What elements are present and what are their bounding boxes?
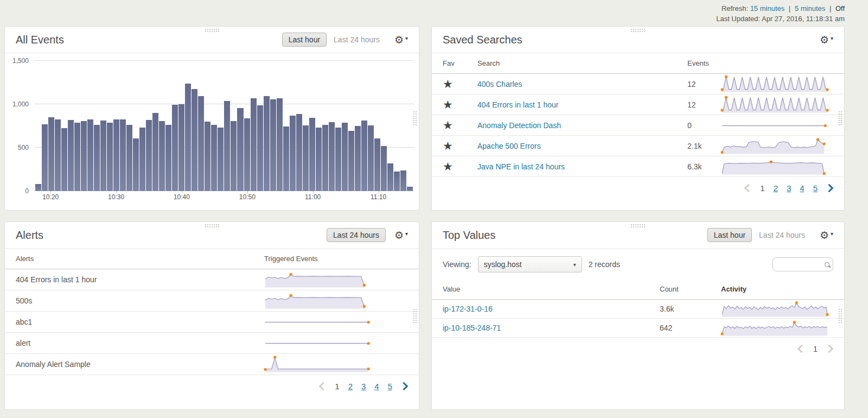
separator: | bbox=[829, 4, 831, 12]
pagination: 12345 bbox=[432, 177, 844, 199]
sparkline-chart bbox=[721, 74, 829, 94]
bar bbox=[329, 122, 335, 191]
pagination: 12345 bbox=[5, 375, 419, 397]
settings-gear-icon[interactable]: ⚙ ▾ bbox=[820, 230, 833, 240]
saved-search-link[interactable]: Apache 500 Errors bbox=[477, 142, 541, 150]
settings-gear-icon[interactable]: ⚙ ▾ bbox=[394, 35, 408, 45]
page-next-button[interactable] bbox=[400, 382, 409, 391]
time-range-last-24-hours-button[interactable]: Last 24 hours bbox=[328, 33, 386, 46]
top-values-panel: Top Values Last hourLast 24 hours ⚙ ▾ Vi… bbox=[431, 221, 845, 410]
favorite-star-icon[interactable]: ★ bbox=[443, 98, 453, 111]
table-row: 500s bbox=[5, 290, 419, 312]
sparkline-marker-dot bbox=[289, 294, 292, 297]
panel-drag-handle[interactable] bbox=[630, 224, 646, 229]
page-prev-button bbox=[797, 345, 806, 353]
favorite-star-icon[interactable]: ★ bbox=[443, 119, 453, 131]
saved-search-link[interactable]: Java NPE in last 24 hours bbox=[477, 162, 565, 171]
panel-title: Top Values bbox=[443, 229, 495, 242]
filter-search-box[interactable] bbox=[773, 257, 833, 271]
saved-search-link[interactable]: 400s Charles bbox=[477, 80, 522, 88]
sparkline-marker-dot bbox=[823, 142, 826, 145]
sparkline-marker-dot bbox=[823, 172, 826, 174]
settings-gear-icon[interactable]: ⚙ ▾ bbox=[820, 35, 833, 45]
x-axis-tick-label: 10:20 bbox=[42, 193, 59, 201]
page-number-link[interactable]: 5 bbox=[813, 183, 818, 193]
bar bbox=[68, 120, 74, 191]
saved-search-link[interactable]: Anomaly Detection Dash bbox=[477, 121, 561, 130]
column-header-triggered-events: Triggered Events bbox=[264, 255, 408, 263]
search-input[interactable] bbox=[776, 260, 825, 269]
events-count: 12 bbox=[687, 80, 721, 88]
time-range-toggle: Last hourLast 24 hours bbox=[282, 33, 386, 47]
panel-drag-handle[interactable] bbox=[630, 28, 646, 33]
time-range-last-24-hours-button[interactable]: Last 24 hours bbox=[753, 229, 811, 242]
page-number-link[interactable]: 2 bbox=[774, 183, 778, 193]
page-next-button[interactable] bbox=[825, 184, 834, 193]
field-select-dropdown[interactable]: syslog.host ▾ bbox=[478, 256, 582, 273]
page-number-current: 1 bbox=[335, 382, 339, 391]
bar bbox=[42, 124, 48, 191]
settings-gear-icon[interactable]: ⚙ ▾ bbox=[394, 230, 408, 240]
sparkline-marker-dot bbox=[720, 109, 723, 111]
top-value-link[interactable]: ip-172-31-0-16 bbox=[443, 305, 493, 313]
bar bbox=[94, 125, 100, 191]
bar bbox=[387, 163, 393, 191]
x-axis-tick-label: 11:00 bbox=[305, 193, 321, 201]
bar bbox=[237, 108, 243, 191]
sparkline-marker-dot bbox=[720, 332, 723, 335]
bar bbox=[55, 119, 61, 191]
page-prev-button bbox=[744, 184, 753, 193]
time-range-last-hour-button[interactable]: Last hour bbox=[707, 228, 752, 242]
bar bbox=[400, 170, 406, 191]
column-header-activity: Activity bbox=[721, 285, 833, 293]
bar bbox=[316, 128, 322, 191]
panel-title: Saved Searches bbox=[443, 34, 522, 46]
column-header-events: Events bbox=[687, 59, 721, 67]
sparkline-chart bbox=[264, 354, 373, 375]
panel-drag-handle[interactable] bbox=[205, 28, 220, 33]
favorite-star-icon[interactable]: ★ bbox=[443, 140, 453, 152]
bar bbox=[211, 125, 217, 191]
time-range-last-hour-button[interactable]: Last hour bbox=[282, 33, 327, 47]
sparkline-marker-dot bbox=[770, 160, 773, 163]
bar bbox=[205, 122, 210, 191]
bar bbox=[133, 138, 139, 191]
page-number-link[interactable]: 4 bbox=[374, 382, 379, 391]
page-number-link[interactable]: 5 bbox=[388, 382, 392, 391]
refresh-15-minutes-link[interactable]: 15 minutes bbox=[750, 4, 785, 12]
bar bbox=[264, 96, 270, 191]
page-number-link[interactable]: 3 bbox=[787, 183, 791, 193]
bar bbox=[303, 125, 309, 191]
all-events-bar-chart[interactable]: 05001,0001,500 bbox=[5, 61, 417, 191]
bar bbox=[270, 99, 276, 191]
page-number-link[interactable]: 3 bbox=[361, 382, 366, 391]
panel-resize-handle[interactable] bbox=[838, 308, 843, 324]
refresh-off-option[interactable]: Off bbox=[835, 4, 845, 12]
bar bbox=[277, 98, 283, 191]
top-value-link[interactable]: ip-10-185-248-71 bbox=[443, 324, 501, 332]
panel-resize-handle[interactable] bbox=[413, 308, 418, 324]
table-header: Fav Search Events bbox=[432, 53, 844, 74]
gear-icon: ⚙ bbox=[820, 35, 829, 45]
refresh-5-minutes-link[interactable]: 5 minutes bbox=[795, 4, 825, 12]
saved-search-link[interactable]: 404 Errors in last 1 hour bbox=[477, 100, 558, 109]
page-number-link[interactable]: 2 bbox=[348, 382, 353, 391]
time-range-last-24-hours-button[interactable]: Last 24 hours bbox=[327, 228, 386, 242]
sparkline-marker-dot bbox=[367, 368, 370, 370]
search-icon bbox=[825, 262, 829, 267]
bar bbox=[290, 116, 296, 191]
page-number-link[interactable]: 4 bbox=[800, 183, 804, 193]
sparkline-marker-dot bbox=[826, 88, 828, 91]
table-row: ip-10-185-248-71642 bbox=[432, 319, 844, 338]
favorite-star-icon[interactable]: ★ bbox=[443, 78, 453, 90]
time-range-toggle: Last 24 hours bbox=[327, 228, 386, 242]
favorite-star-icon[interactable]: ★ bbox=[443, 160, 453, 173]
sparkline-marker-dot bbox=[720, 151, 723, 154]
sparkline-marker-dot bbox=[363, 305, 366, 308]
table-header: Value Count Activity bbox=[432, 279, 844, 300]
panel-drag-handle[interactable] bbox=[205, 224, 220, 229]
bar bbox=[198, 96, 204, 191]
panel-resize-handle[interactable] bbox=[838, 111, 843, 126]
chart-plot-area bbox=[34, 61, 414, 191]
gear-icon: ⚙ bbox=[394, 230, 404, 240]
